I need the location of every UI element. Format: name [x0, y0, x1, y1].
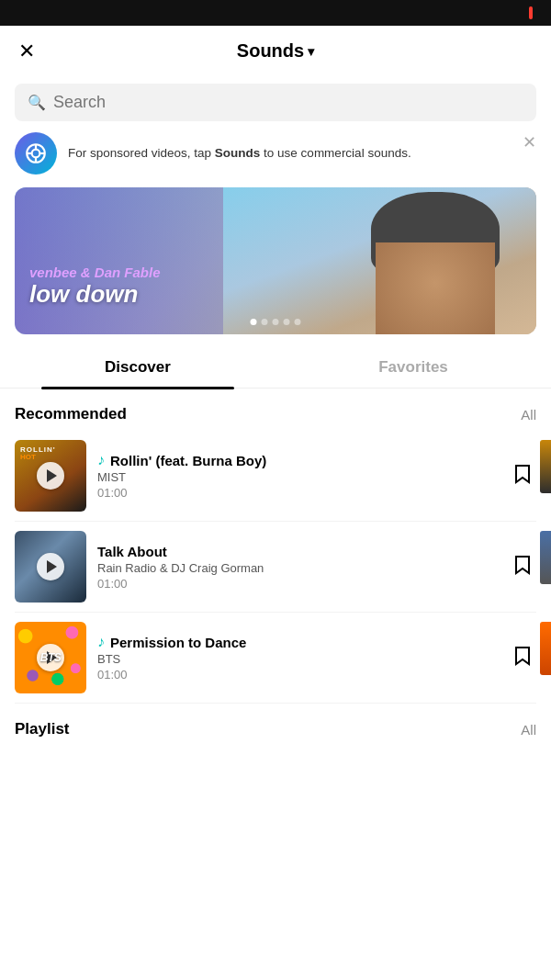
- status-bar: [0, 0, 551, 26]
- side-thumb-2: [540, 531, 551, 584]
- track-duration-3: 01:00: [97, 668, 498, 681]
- track-thumbnail-permission[interactable]: BTS: [15, 622, 86, 693]
- bookmark-button-1[interactable]: [509, 458, 536, 494]
- permission-bts-logo: BTS: [40, 651, 62, 664]
- sounds-icon: [15, 132, 57, 175]
- play-triangle-icon: [47, 469, 57, 482]
- notice-banner: For sponsored videos, tap Sounds to use …: [15, 132, 536, 175]
- track-info-3: ♪ Permission to Dance BTS 01:00: [97, 634, 498, 681]
- hero-dot-3: [273, 319, 279, 325]
- track-thumbnail-talkabout[interactable]: [15, 531, 86, 603]
- music-logo-icon: [24, 141, 48, 165]
- playlist-title: Playlist: [15, 720, 70, 738]
- side-thumb-3: [540, 622, 551, 675]
- search-icon: 🔍: [28, 94, 46, 111]
- track-artist-1: MIST: [97, 470, 498, 484]
- play-button-2[interactable]: [37, 553, 64, 580]
- recommended-section-header: Recommended All: [0, 389, 551, 431]
- track-item-3: BTS ♪ Permission to Dance BTS 01:00: [15, 613, 536, 704]
- hero-text: venbee & Dan Fable low down: [29, 265, 161, 309]
- play-button-1[interactable]: [37, 462, 64, 490]
- music-note-icon-3: ♪: [97, 634, 105, 650]
- track-artist-2: Rain Radio & DJ Craig Gorman: [97, 561, 498, 575]
- svg-point-1: [32, 150, 40, 158]
- close-button[interactable]: ✕: [18, 41, 35, 62]
- track-duration-1: 01:00: [97, 486, 498, 500]
- hero-background: [15, 187, 536, 334]
- hero-dot-2: [262, 319, 268, 325]
- track-info-2: Talk About Rain Radio & DJ Craig Gorman …: [97, 544, 498, 591]
- hero-artist: venbee & Dan Fable: [29, 265, 161, 280]
- bookmark-button-2[interactable]: [509, 549, 536, 585]
- side-thumb-1: [540, 440, 551, 493]
- bookmark-button-3[interactable]: [509, 640, 536, 676]
- hero-song: low down: [29, 280, 161, 309]
- music-note-icon-1: ♪: [97, 452, 105, 468]
- permission-thumb-content: BTS: [15, 622, 86, 693]
- notice-close-button[interactable]: ✕: [523, 132, 536, 152]
- hero-dot-4: [284, 319, 290, 325]
- recommended-all-button[interactable]: All: [521, 407, 536, 422]
- recommended-title: Recommended: [15, 405, 127, 423]
- track-thumbnail-rollin[interactable]: ROLLIN' HOT: [15, 440, 86, 512]
- bookmark-icon-2: [514, 555, 531, 575]
- track-list: ROLLIN' HOT ♪ Rollin' (feat. Burna Boy) …: [0, 431, 551, 704]
- playlist-section-header: Playlist All: [0, 704, 551, 746]
- search-input[interactable]: [53, 93, 523, 112]
- tab-favorites[interactable]: Favorites: [276, 347, 551, 388]
- hero-banner[interactable]: venbee & Dan Fable low down: [15, 187, 536, 334]
- search-bar-wrap: 🔍: [0, 76, 551, 132]
- track-info-1: ♪ Rollin' (feat. Burna Boy) MIST 01:00: [97, 452, 498, 500]
- signal-icon: [529, 6, 533, 19]
- hero-face: [376, 242, 495, 334]
- chevron-down-icon[interactable]: ▾: [308, 44, 314, 59]
- hero-dot-1: [251, 319, 257, 325]
- header-title: Sounds ▾: [237, 40, 314, 62]
- track-title-1: ♪ Rollin' (feat. Burna Boy): [97, 452, 498, 468]
- track-title-2: Talk About: [97, 544, 498, 559]
- track-artist-3: BTS: [97, 652, 498, 666]
- track-duration-2: 01:00: [97, 577, 498, 591]
- play-triangle-icon-2: [47, 560, 57, 573]
- notice-text: For sponsored videos, tap Sounds to use …: [68, 145, 536, 163]
- track-title-3: ♪ Permission to Dance: [97, 634, 498, 650]
- playlist-all-button[interactable]: All: [521, 722, 536, 738]
- search-bar[interactable]: 🔍: [15, 84, 536, 121]
- tabs: Discover Favorites: [0, 347, 551, 389]
- bookmark-icon-3: [514, 646, 531, 666]
- track-item-2: Talk About Rain Radio & DJ Craig Gorman …: [15, 522, 536, 613]
- tab-discover[interactable]: Discover: [0, 347, 276, 388]
- track-item: ROLLIN' HOT ♪ Rollin' (feat. Burna Boy) …: [15, 431, 536, 522]
- rollin-hot-label: HOT: [20, 453, 36, 461]
- bookmark-icon-1: [514, 464, 531, 484]
- page-title: Sounds: [237, 40, 304, 62]
- header: ✕ Sounds ▾: [0, 26, 551, 76]
- hero-dots: [251, 319, 301, 325]
- hero-dot-5: [295, 319, 301, 325]
